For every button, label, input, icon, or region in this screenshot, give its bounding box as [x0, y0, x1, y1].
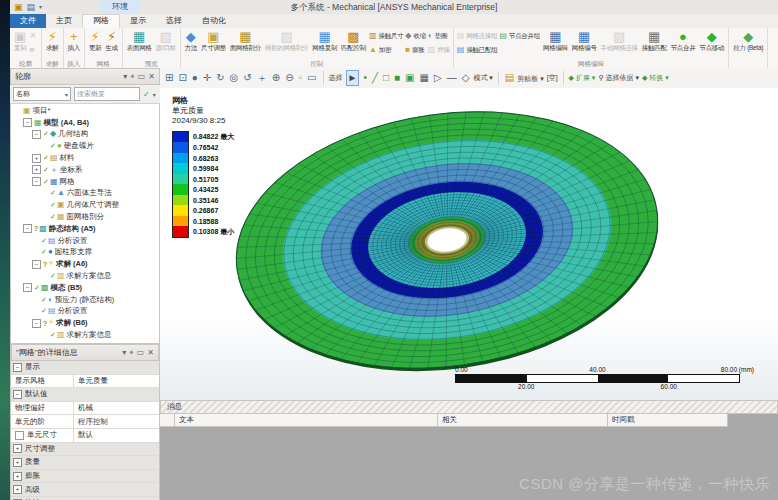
pan-icon[interactable]: ✛	[202, 71, 212, 85]
tree-item[interactable]: ✓▥求解方案信息	[11, 270, 159, 282]
tree-item[interactable]: ✓▥求解方案信息	[11, 329, 159, 341]
details-property-value[interactable]: 机械	[74, 402, 159, 415]
tree-item[interactable]: ✓▲六面体主导法	[11, 188, 159, 200]
tree-item[interactable]: ✓●圆柱形支撑	[11, 247, 159, 259]
tree-item[interactable]: −?⚡求解 (B6)	[11, 317, 159, 329]
tree-item[interactable]: −▦模型 (A4, B4)	[11, 117, 159, 129]
edge-filter-icon[interactable]: ╱	[371, 71, 379, 85]
solve-button[interactable]: ⚡求解	[44, 29, 60, 52]
messages-panel-header[interactable]: 消息	[160, 400, 778, 414]
panel-pin-icon[interactable]: ⌖	[129, 348, 134, 358]
filter-options-caret-icon[interactable]: ▾	[153, 91, 156, 98]
tree-expander[interactable]: −	[32, 177, 41, 186]
insert-button[interactable]: +插入	[66, 29, 82, 52]
section-toggle-icon[interactable]: +	[13, 458, 22, 467]
contact-match-group-button[interactable]: ▤接触已配组	[457, 44, 498, 56]
mesh-edit-button[interactable]: ▦网格编辑	[541, 29, 570, 52]
ribbon-tab-3[interactable]: 显示	[120, 14, 156, 28]
panel-pin-icon[interactable]: ⌖	[130, 72, 135, 82]
washer-button[interactable]: ◐垫圈	[428, 30, 450, 42]
mesh-numbering-button[interactable]: ▦网格编号	[570, 29, 599, 52]
pinch-button[interactable]: ◆收缩	[405, 30, 426, 42]
section-toggle-icon[interactable]: +	[13, 485, 22, 494]
element-size-checkbox[interactable]	[15, 431, 24, 440]
tree-item[interactable]: −✓▩模态 (B5)	[11, 282, 159, 294]
tree-expander[interactable]: −	[23, 283, 32, 292]
method-button[interactable]: ◆方法	[183, 29, 199, 52]
tree-item[interactable]: −✓◆几何结构	[11, 129, 159, 141]
refinement-button[interactable]: ▲加密	[369, 44, 403, 56]
move-icon[interactable]: ＋	[256, 71, 268, 85]
details-section-row[interactable]: +膨胀	[11, 470, 159, 484]
node-merge-button[interactable]: ●节点合并	[669, 29, 698, 52]
panel-close-icon[interactable]: ✕	[147, 348, 154, 357]
tree-item[interactable]: +✓＋坐标系	[11, 164, 159, 176]
tree-expander[interactable]: −	[23, 118, 32, 127]
node-move-button[interactable]: ◆节点移动	[697, 29, 726, 52]
face-filter-icon[interactable]: □	[382, 71, 390, 85]
fit-view-icon[interactable]: ▭	[306, 71, 317, 85]
face-meshing-button[interactable]: ▦面网格剖分	[228, 29, 263, 52]
wireframe-icon[interactable]: ▦	[419, 71, 430, 85]
messages-column-0[interactable]: 文本	[175, 414, 438, 427]
tree-item[interactable]: ✓●硬盘碟片	[11, 140, 159, 152]
tree-item[interactable]: +✓▤材料	[11, 152, 159, 164]
graphics-viewport[interactable]: 网格 单元质量 2024/9/30 8:25 0.84822 最大0.76542…	[160, 88, 778, 400]
convert-dropdown[interactable]: ◆ 转换 ▾	[642, 73, 669, 83]
details-section-row[interactable]: +高级	[11, 483, 159, 497]
tree-expander[interactable]: +	[32, 165, 41, 174]
select-by-dropdown[interactable]: ⚲ 选择依据 ▾	[598, 73, 639, 83]
zoom-box-icon[interactable]: ▫	[298, 71, 304, 85]
details-section-row[interactable]: +质量	[11, 456, 159, 470]
previous-view-icon[interactable]: ↺	[242, 71, 252, 85]
node-merge-group-button[interactable]: ▤节点合并组	[499, 30, 540, 42]
rotate-icon[interactable]: ↻	[215, 71, 225, 85]
section-toggle-icon[interactable]: −	[13, 390, 22, 399]
tree-item[interactable]: ✓◐预应力 (静态结构)	[11, 294, 159, 306]
section-toggle-icon[interactable]: +	[13, 444, 22, 453]
tree-expander[interactable]: −	[23, 224, 32, 233]
mesh-model-disc[interactable]	[160, 88, 778, 400]
panel-maximize-icon[interactable]: ▭	[137, 348, 145, 357]
ribbon-tab-5[interactable]: 自动化	[192, 14, 236, 28]
sphere-view-icon[interactable]: ●	[191, 71, 199, 85]
details-property-value[interactable]: 默认	[74, 429, 159, 442]
pick-cursor-icon[interactable]: ►	[346, 70, 360, 86]
panel-close-icon[interactable]: ✕	[148, 72, 155, 81]
panel-menu-caret-icon[interactable]: ▾	[123, 72, 127, 81]
match-control-button[interactable]: ▩匹配控制	[339, 29, 368, 52]
zoom-out-icon[interactable]: ⊖	[284, 71, 294, 85]
update-button[interactable]: ⚡更新	[87, 29, 103, 52]
details-property-value[interactable]: 单元质量	[74, 375, 159, 388]
section-toggle-icon[interactable]: −	[13, 363, 22, 372]
tree-expander[interactable]: −	[32, 319, 41, 328]
contact-match-button[interactable]: ▦接触匹配	[640, 29, 669, 52]
details-section-row[interactable]: +尺寸调整	[11, 443, 159, 457]
zoom-fit-icon[interactable]: ⊡	[177, 71, 187, 85]
details-property-value[interactable]: 程序控制	[74, 415, 159, 428]
section-toggle-icon[interactable]: +	[13, 472, 22, 481]
ruler-icon[interactable]: —	[446, 71, 458, 85]
snap-icon[interactable]: ◇	[461, 71, 471, 85]
details-section-row[interactable]: −默认值	[11, 388, 159, 402]
ribbon-tab-2[interactable]: 网格	[82, 14, 120, 28]
ribbon-tab-0[interactable]: 文件	[10, 14, 46, 28]
tag-icon[interactable]: ▷	[433, 71, 443, 85]
pull-button[interactable]: ◆拉力 (Beta)	[731, 29, 765, 52]
outline-search-input[interactable]: 搜索概要	[74, 87, 140, 101]
messages-column-1[interactable]: 相关	[438, 414, 608, 427]
filter-type-select[interactable]: 名称 ▾	[13, 87, 71, 101]
tree-item[interactable]: ✓▣几何体尺寸调整	[11, 199, 159, 211]
clipboard-dropdown[interactable]: ▤ 剪贴板 ▾	[504, 71, 544, 85]
inflation-button[interactable]: ■膨胀	[405, 44, 426, 56]
extend-dropdown[interactable]: ◆ 扩展 ▾	[569, 73, 596, 83]
tree-expander[interactable]: +	[32, 154, 41, 163]
look-at-icon[interactable]: ◎	[229, 71, 240, 85]
vertex-filter-icon[interactable]: •	[362, 71, 368, 85]
tree-item[interactable]: ▣项目*	[11, 105, 159, 117]
messages-column-2[interactable]: 时间戳	[608, 414, 728, 427]
panel-maximize-icon[interactable]: ▭	[138, 72, 146, 81]
tree-item[interactable]: −?▩静态结构 (A5)	[11, 223, 159, 235]
tree-item[interactable]: −?⚡求解 (A6)	[11, 258, 159, 270]
mesh-copy-button[interactable]: ▦网格复制	[310, 29, 339, 52]
